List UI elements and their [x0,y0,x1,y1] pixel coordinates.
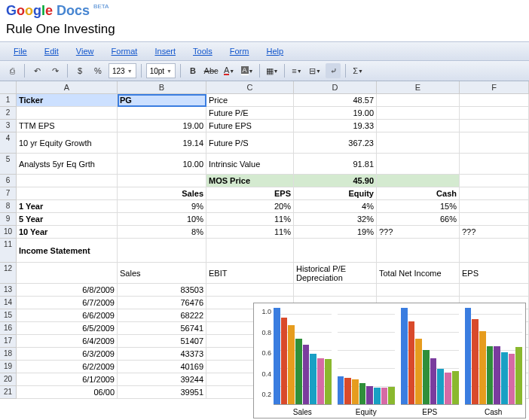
cell[interactable] [118,107,206,120]
font-size-dropdown[interactable]: 10pt▼ [146,63,176,78]
row-header[interactable]: 18 [0,348,17,361]
cell[interactable] [17,263,118,284]
cell[interactable]: 6/1/2009 [17,373,118,386]
cell[interactable] [118,239,206,263]
row-header[interactable]: 10 [0,226,17,239]
row-header[interactable]: 20 [0,373,17,386]
menu-view[interactable]: View [69,45,102,57]
cell[interactable]: Historical P/E Depreciation [294,263,377,284]
merge-icon[interactable]: ⊟▼ [307,63,323,78]
print-icon[interactable]: ⎙ [5,63,20,78]
bold-icon[interactable]: B [185,63,200,78]
cell[interactable] [460,132,529,154]
cell[interactable]: 6/3/2009 [17,348,118,361]
menu-format[interactable]: Format [104,45,145,57]
borders-icon[interactable]: ▦▼ [264,63,280,78]
strikethrough-icon[interactable]: Abc [203,63,219,78]
cell[interactable]: Sales [118,187,206,200]
menu-edit[interactable]: Edit [37,45,66,57]
cell[interactable] [294,284,377,297]
formula-icon[interactable]: Σ▼ [350,63,365,78]
cell[interactable]: TTM EPS [17,120,118,132]
align-icon[interactable]: ≡▼ [289,63,304,78]
cell[interactable]: 10 Year [17,226,118,239]
cell[interactable]: 11% [206,213,294,226]
cell[interactable] [377,132,460,154]
cell[interactable]: Future P/S [206,132,294,154]
cell[interactable]: MOS Price [206,175,294,187]
row-header[interactable]: 21 [0,386,17,399]
cell[interactable]: 06/00 [17,386,118,399]
row-header[interactable]: 3 [0,120,17,132]
wrap-icon[interactable]: ⤶ [326,63,341,78]
row-header[interactable]: 7 [0,187,17,200]
undo-icon[interactable]: ↶ [29,63,44,78]
cell[interactable]: 8% [118,226,206,239]
cell[interactable]: 51407 [118,335,206,348]
cell[interactable] [460,175,529,187]
row-header[interactable]: 5 [0,154,17,175]
cell[interactable]: 6/2/2009 [17,361,118,373]
cell[interactable] [460,120,529,132]
cell[interactable]: 6/8/2009 [17,284,118,297]
cell[interactable] [460,213,529,226]
cell[interactable] [460,94,529,107]
cell[interactable]: 19.33 [294,120,377,132]
active-cell[interactable]: PG [118,94,206,107]
cell[interactable]: 91.81 [294,154,377,175]
cell[interactable]: Future EPS [206,120,294,132]
currency-icon[interactable]: $ [72,63,87,78]
cell[interactable]: Cash [377,187,460,200]
menu-insert[interactable]: Insert [147,45,183,57]
row-header[interactable]: 13 [0,284,17,297]
cell[interactable] [460,284,529,297]
row-header[interactable]: 1 [0,94,17,107]
col-header[interactable]: E [377,81,460,94]
cell[interactable]: 83503 [118,284,206,297]
cell[interactable]: Analysts 5yr Eq Grth [17,154,118,175]
cell[interactable]: Ticker [17,94,118,107]
select-all-corner[interactable] [0,81,17,94]
row-header[interactable]: 8 [0,200,17,213]
cell[interactable] [460,107,529,120]
cell[interactable]: 6/7/2009 [17,297,118,309]
row-header[interactable]: 6 [0,175,17,187]
cell[interactable]: Equity [294,187,377,200]
cell[interactable] [118,175,206,187]
cell[interactable]: EBIT [206,263,294,284]
cell[interactable] [377,107,460,120]
cell[interactable]: 43373 [118,348,206,361]
row-header[interactable]: 2 [0,107,17,120]
cell[interactable] [17,187,118,200]
cell[interactable] [206,284,294,297]
document-title[interactable]: Rule One Investing [0,20,529,41]
row-header[interactable]: 14 [0,297,17,309]
number-format-dropdown[interactable]: 123▼ [109,63,136,78]
cell[interactable]: Intrinsic Value [206,154,294,175]
cell[interactable]: 5 Year [17,213,118,226]
cell[interactable]: Price [206,94,294,107]
cell[interactable] [460,239,529,263]
cell[interactable] [17,107,118,120]
cell[interactable]: 11% [206,226,294,239]
cell[interactable]: 39244 [118,373,206,386]
cell[interactable]: ??? [460,226,529,239]
cell[interactable]: 4% [294,200,377,213]
cell[interactable]: 6/4/2009 [17,335,118,348]
cell[interactable] [377,154,460,175]
row-header[interactable]: 11 [0,239,17,263]
cell[interactable] [377,120,460,132]
cell[interactable]: ??? [377,226,460,239]
col-header[interactable]: B [118,81,206,94]
cell[interactable] [460,200,529,213]
cell[interactable]: 32% [294,213,377,226]
cell[interactable]: 68222 [118,309,206,322]
cell[interactable] [17,175,118,187]
embedded-chart[interactable]: 1.00.8 0.60.4 0.2 Sales Equity EPS Cash [253,303,526,418]
cell[interactable]: 76476 [118,297,206,309]
col-header[interactable]: C [206,81,294,94]
cell[interactable] [460,187,529,200]
cell[interactable]: 367.23 [294,132,377,154]
col-header[interactable]: D [294,81,377,94]
spreadsheet-grid[interactable]: A B C D E F 1 Ticker PG Price 48.57 2 Fu… [0,81,529,284]
